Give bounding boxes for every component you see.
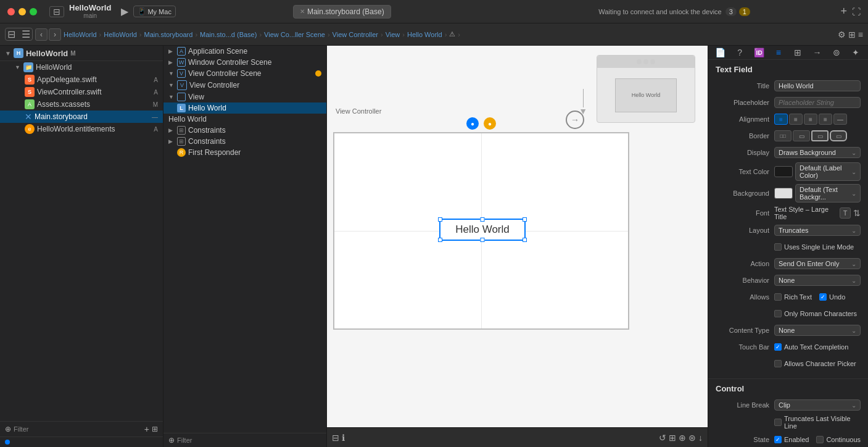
nav-back[interactable]: ‹ [35, 28, 48, 41]
size-inspector-icon[interactable]: ⊞ [791, 46, 804, 59]
action-dropdown[interactable]: Send On Enter Only ⌄ [774, 258, 861, 269]
scene-item-view[interactable]: ▼ View [163, 91, 326, 102]
handle-tr[interactable] [523, 217, 527, 222]
bc-item-3[interactable]: Main.storyboard [144, 31, 193, 38]
border-round[interactable]: ▭ [830, 130, 847, 141]
scene-toggle-icon[interactable]: ⊟ [332, 433, 339, 443]
storyboard-tab[interactable]: ✕ Main.storyboard (Base) [293, 5, 391, 19]
bc-item-2[interactable]: HelloWorld [104, 31, 137, 38]
minimize-button[interactable] [19, 8, 26, 15]
align-center[interactable]: ≡ [789, 114, 803, 125]
sidebar-toggle[interactable]: ⊟ [49, 6, 64, 17]
quick-help-icon[interactable]: ? [733, 46, 746, 59]
close-button[interactable] [7, 8, 15, 15]
text-color-dropdown[interactable]: Default (Label Color) ⌄ [795, 162, 861, 181]
info-icon[interactable]: ℹ [342, 433, 345, 443]
grid-icon[interactable]: ⊞ [669, 433, 676, 443]
hello-world-element[interactable]: Hello World [439, 219, 526, 241]
align-left[interactable]: ≡ [774, 114, 788, 125]
layout-dropdown[interactable]: Truncates ⌄ [774, 225, 861, 236]
connections-inspector-icon[interactable]: → [811, 46, 824, 59]
bc-item-8[interactable]: Hello World [407, 31, 442, 38]
border-bezel[interactable]: ▭ [811, 130, 829, 141]
add-group-icon[interactable]: + [144, 424, 149, 434]
scene-item-window-controller[interactable]: ▶ W Window Controller Scene [163, 57, 326, 68]
file-viewcontroller[interactable]: S ViewController.swift A [0, 86, 163, 98]
nav-forward[interactable]: › [49, 28, 61, 41]
bc-item-7[interactable]: View [386, 31, 400, 38]
truncates-checkbox[interactable] [774, 419, 782, 426]
scene-item-first-responder[interactable]: R First Responder [163, 147, 326, 158]
handle-bl[interactable] [438, 238, 442, 242]
scene-item-hello-world[interactable]: L Hello World [163, 102, 326, 114]
font-stepper[interactable]: ⇅ [853, 208, 861, 218]
border-none[interactable]: □□ [774, 130, 792, 141]
layout-icon[interactable]: ⊛ [688, 433, 696, 443]
device-tab[interactable]: 📱 My Mac [133, 6, 176, 17]
canvas-area[interactable]: Hello World ▼ → [327, 46, 708, 427]
tab-close-icon[interactable]: ✕ [300, 8, 305, 15]
display-dropdown[interactable]: Draws Background ⌄ [774, 147, 861, 158]
navigator-icon[interactable]: ⊟ [6, 28, 17, 40]
handle-tl[interactable] [438, 217, 442, 222]
handle-br[interactable] [523, 238, 527, 242]
content-type-dropdown[interactable]: None ⌄ [774, 325, 861, 336]
handle-t[interactable] [481, 217, 485, 222]
continuous-checkbox[interactable] [816, 436, 824, 443]
reload-icon[interactable]: ↺ [659, 433, 666, 443]
scene-item-vc[interactable]: ▼ V View Controller [163, 79, 326, 91]
behavior-dropdown[interactable]: None ⌄ [774, 275, 861, 286]
bindings-inspector-icon[interactable]: ⊚ [830, 46, 843, 59]
roman-checkbox[interactable] [774, 310, 782, 317]
bc-item-9[interactable]: ⚠ [449, 30, 455, 38]
identity-inspector-icon[interactable]: 🆔 [752, 46, 766, 59]
align-justify[interactable]: ≡ [819, 114, 832, 125]
bc-item-4[interactable]: Main.sto...d (Base) [200, 31, 257, 38]
vc-main-frame[interactable]: Hello World [333, 132, 629, 330]
text-color-swatch[interactable] [774, 166, 793, 177]
single-line-checkbox[interactable] [774, 243, 782, 251]
inspector-icon[interactable]: ☰ [20, 28, 32, 40]
effects-inspector-icon[interactable]: ✦ [849, 46, 862, 59]
split-icon[interactable]: ⊞ [848, 30, 856, 40]
play-button[interactable]: ▶ [121, 6, 128, 17]
file-inspector-icon[interactable]: 📄 [714, 46, 727, 59]
adjust-icon[interactable]: ⚙ [838, 30, 846, 40]
file-main-storyboard[interactable]: ✕ Main.storyboard — [0, 111, 163, 123]
border-line[interactable]: ▭ [793, 130, 810, 141]
bc-item-6[interactable]: View Controller [333, 31, 378, 38]
bc-item-5[interactable]: View Co...ller Scene [264, 31, 325, 38]
auto-text-checkbox[interactable] [774, 343, 782, 351]
scene-item-constraints-2[interactable]: ▶ ⊞ Constraints [163, 136, 326, 147]
line-break-dropdown[interactable]: Clip ⌄ [774, 399, 861, 411]
char-picker-checkbox[interactable] [774, 360, 782, 367]
rich-text-checkbox[interactable] [774, 293, 782, 301]
bc-item-1[interactable]: HelloWorld [64, 31, 97, 38]
folder-hello-world[interactable]: ▼ 📁 HelloWorld [0, 61, 163, 73]
file-entitlements[interactable]: e HelloWorld.entitlements A [0, 123, 163, 135]
file-assets[interactable]: A Assets.xcassets M [0, 98, 163, 111]
zoom-icon[interactable]: ⊕ [679, 433, 686, 443]
scene-item-vc-scene[interactable]: ▼ V View Controller Scene [163, 68, 326, 79]
scene-item-constraints-1[interactable]: ▶ ⊞ Constraints [163, 125, 326, 136]
attributes-inspector-icon[interactable]: ≡ [772, 46, 785, 59]
options-icon[interactable]: ⊞ [152, 425, 158, 433]
enabled-checkbox[interactable] [774, 436, 782, 443]
undo-checkbox[interactable] [819, 293, 827, 301]
bg-dropdown[interactable]: Default (Text Backgr... ⌄ [795, 184, 861, 203]
align-natural[interactable]: — [833, 114, 847, 125]
handle-b[interactable] [481, 238, 485, 242]
more-icon[interactable]: ≡ [858, 30, 863, 40]
fullscreen-icon[interactable]: ⛶ [852, 7, 861, 17]
bg-swatch[interactable] [774, 188, 793, 199]
placeholder-input[interactable] [774, 97, 861, 108]
download-icon[interactable]: ↓ [698, 433, 703, 443]
maximize-button[interactable] [30, 8, 37, 15]
file-appdelegate[interactable]: S AppDelegate.swift A [0, 73, 163, 86]
align-right[interactable]: ≡ [804, 114, 817, 125]
scene-item-hello-world-sub[interactable]: Hello World [163, 114, 326, 125]
add-tab-button[interactable]: + [841, 5, 848, 18]
title-input[interactable] [774, 80, 861, 91]
scene-item-application[interactable]: ▶ A Application Scene [163, 46, 326, 57]
font-picker-icon[interactable]: T [840, 207, 851, 219]
